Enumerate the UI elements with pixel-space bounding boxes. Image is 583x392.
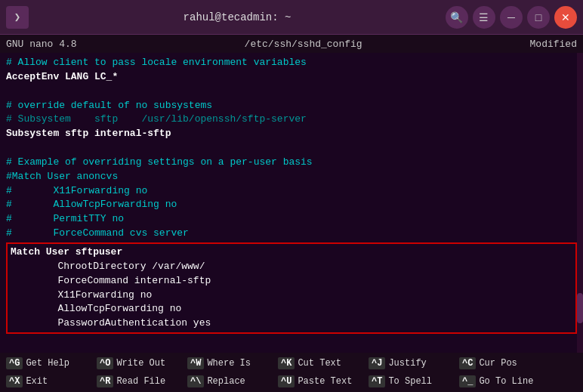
shortcut-label: Get Help <box>26 358 69 369</box>
editor-line: Subsystem sftp internal-sftp <box>6 127 577 141</box>
editor-area[interactable]: # Allow client to pass locale environmen… <box>0 53 583 353</box>
status-item-write-out[interactable]: ^O Write Out <box>94 357 184 369</box>
shortcut-key: ^T <box>369 375 385 387</box>
editor-line-selected: X11Forwarding no <box>11 289 572 303</box>
status-row-2: ^X Exit ^R Read File ^\ Replace ^U Paste… <box>0 372 583 390</box>
shortcut-key: ^R <box>97 375 113 387</box>
window-title: rahul@tecadmin: ~ <box>184 11 292 23</box>
terminal-icon: ❯ <box>6 6 29 29</box>
editor-line-selected: ForceCommand internal-sftp <box>11 274 572 289</box>
shortcut-label: To Spell <box>388 376 432 387</box>
selected-block: Match User sftpuser ChrootDirectory /var… <box>6 242 577 334</box>
search-button[interactable]: 🔍 <box>446 6 468 29</box>
editor-line: #Match User anoncvs <box>6 170 577 184</box>
shortcut-label: Where Is <box>207 358 251 369</box>
close-button[interactable]: ✕ <box>554 6 577 29</box>
editor-line: AcceptEnv LANG LC_* <box>6 70 577 85</box>
title-bar: ❯ rahul@tecadmin: ~ 🔍 ☰ ─ □ ✕ <box>0 0 583 35</box>
nano-modified: Modified <box>530 39 577 50</box>
scrollbar-thumb[interactable] <box>577 293 583 323</box>
status-item-cut-text[interactable]: ^K Cut Text <box>275 357 366 369</box>
status-item-where-is[interactable]: ^W Where Is <box>184 357 275 369</box>
nano-topbar: GNU nano 4.8 /etc/ssh/sshd_config Modifi… <box>0 35 583 53</box>
shortcut-key: ^G <box>6 357 23 369</box>
shortcut-key: ^C <box>459 357 476 369</box>
status-item-to-spell[interactable]: ^T To Spell <box>366 375 456 387</box>
shortcut-key: ^K <box>278 357 295 369</box>
shortcut-label: Cut Text <box>298 358 341 369</box>
shortcut-label: Write Out <box>116 358 165 369</box>
minimize-button[interactable]: ─ <box>500 6 523 29</box>
editor-line-selected: Match User sftpuser <box>11 245 572 260</box>
editor-line: # PermitTTY no <box>6 212 577 227</box>
nano-version: GNU nano 4.8 <box>6 39 77 50</box>
shortcut-label: Exit <box>26 376 48 387</box>
editor-line: # Subsystem sftp /usr/lib/openssh/sftp-s… <box>6 113 577 127</box>
shortcut-key: ^W <box>187 357 204 369</box>
maximize-button[interactable]: □ <box>527 6 550 29</box>
editor-line: # X11Forwarding no <box>6 184 577 199</box>
status-item-exit[interactable]: ^X Exit <box>3 375 94 387</box>
shortcut-label: Paste Text <box>298 376 352 387</box>
shortcut-label: Justify <box>388 358 426 369</box>
shortcut-label: Read File <box>116 376 165 387</box>
title-bar-left: ❯ <box>6 6 29 29</box>
title-bar-right: 🔍 ☰ ─ □ ✕ <box>446 6 577 29</box>
shortcut-key: ^J <box>369 357 385 369</box>
shortcut-label: Go To Line <box>479 376 533 387</box>
scrollbar[interactable] <box>577 53 583 353</box>
status-item-replace[interactable]: ^\ Replace <box>184 375 275 387</box>
editor-line: # AllowTcpForwarding no <box>6 198 577 212</box>
shortcut-label: Cur Pos <box>479 358 517 369</box>
editor-line <box>6 141 577 156</box>
status-item-paste-text[interactable]: ^U Paste Text <box>275 375 366 387</box>
editor-line <box>6 85 577 99</box>
shortcut-label: Replace <box>207 376 245 387</box>
status-item-goto-line[interactable]: ^_ Go To Line <box>456 375 547 387</box>
nano-filename: /etc/ssh/sshd_config <box>245 39 362 50</box>
editor-line: # Example of overriding settings on a pe… <box>6 156 577 170</box>
shortcut-key: ^X <box>6 375 23 387</box>
editor-line: # override default of no subsystems <box>6 99 577 113</box>
editor-line: # ForceCommand cvs server <box>6 227 577 241</box>
status-item-justify[interactable]: ^J Justify <box>366 357 456 369</box>
status-item-read-file[interactable]: ^R Read File <box>94 375 184 387</box>
status-row-1: ^G Get Help ^O Write Out ^W Where Is ^K … <box>0 354 583 372</box>
menu-button[interactable]: ☰ <box>473 6 495 29</box>
shortcut-key: ^U <box>278 375 295 387</box>
shortcut-key: ^\ <box>187 375 204 387</box>
status-item-cur-pos[interactable]: ^C Cur Pos <box>456 357 547 369</box>
status-bar: ^G Get Help ^O Write Out ^W Where Is ^K … <box>0 353 583 392</box>
editor-line: # Allow client to pass locale environmen… <box>6 56 577 70</box>
shortcut-key: ^O <box>97 357 113 369</box>
status-item-get-help[interactable]: ^G Get Help <box>3 357 94 369</box>
editor-line-selected: PasswordAuthentication yes <box>11 316 572 331</box>
editor-line-selected: ChrootDirectory /var/www/ <box>11 260 572 274</box>
shortcut-key: ^_ <box>459 375 476 387</box>
editor-line-selected: AllowTcpForwarding no <box>11 302 572 316</box>
